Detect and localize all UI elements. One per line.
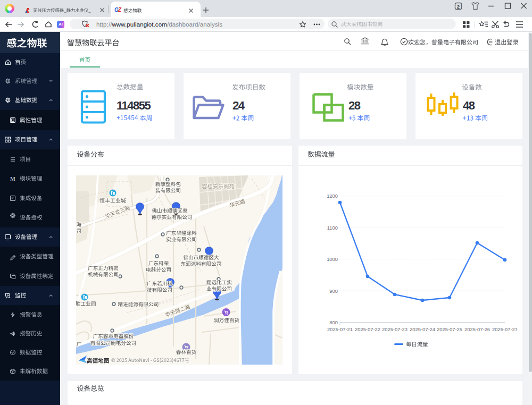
- svg-text:2025-07-25: 2025-07-25: [437, 326, 462, 332]
- svg-text:2: 2: [457, 4, 460, 10]
- svg-text:1200: 1200: [327, 193, 338, 199]
- svg-text:2025-07-21: 2025-07-21: [327, 326, 353, 332]
- svg-text:2025-07-24: 2025-07-24: [410, 326, 435, 332]
- svg-text:M: M: [10, 176, 15, 182]
- svg-text:2025-07-22: 2025-07-22: [355, 326, 380, 332]
- svg-text:2025-07-26: 2025-07-26: [464, 326, 490, 332]
- svg-text:900: 900: [329, 288, 338, 294]
- svg-text:2025-07-23: 2025-07-23: [382, 326, 408, 332]
- svg-text:1100: 1100: [327, 225, 338, 231]
- svg-text:2025-07-27: 2025-07-27: [492, 326, 517, 332]
- svg-text:800: 800: [329, 319, 338, 325]
- svg-text:1000: 1000: [327, 256, 338, 262]
